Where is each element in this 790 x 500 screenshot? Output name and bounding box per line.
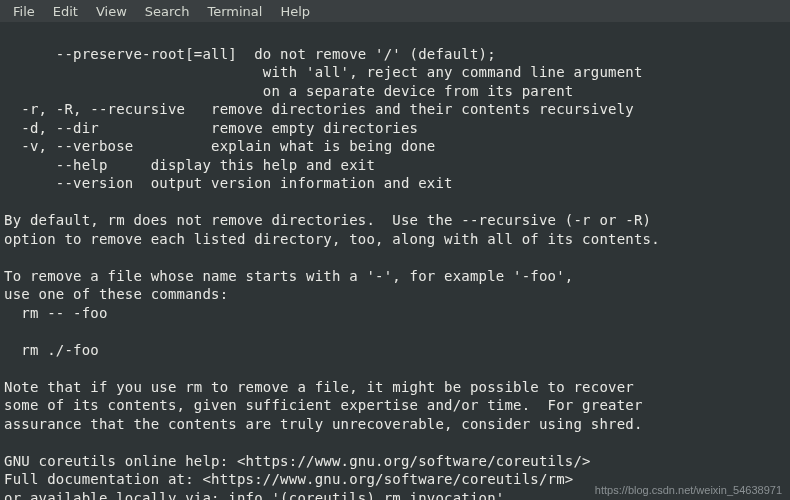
menu-terminal[interactable]: Terminal: [198, 2, 271, 21]
terminal-line: Note that if you use rm to remove a file…: [4, 379, 634, 395]
terminal-line: on a separate device from its parent: [4, 83, 574, 99]
terminal-line: rm ./-foo: [4, 342, 99, 358]
terminal-line: option to remove each listed directory, …: [4, 231, 660, 247]
terminal-line: or available locally via: info '(coreuti…: [4, 490, 504, 501]
terminal-line: assurance that the contents are truly un…: [4, 416, 643, 432]
watermark-text: https://blog.csdn.net/weixin_54638971: [595, 484, 782, 496]
menu-search[interactable]: Search: [136, 2, 199, 21]
menu-file[interactable]: File: [4, 2, 44, 21]
terminal-line: --version output version information and…: [4, 175, 453, 191]
terminal-line: --preserve-root[=all] do not remove '/' …: [4, 46, 496, 62]
terminal-line: To remove a file whose name starts with …: [4, 268, 574, 284]
terminal-line: --help display this help and exit: [4, 157, 375, 173]
terminal-line: Full documentation at: <https://www.gnu.…: [4, 471, 574, 487]
terminal-line: By default, rm does not remove directori…: [4, 212, 651, 228]
menu-edit[interactable]: Edit: [44, 2, 87, 21]
menubar: File Edit View Search Terminal Help: [0, 0, 790, 22]
menu-view[interactable]: View: [87, 2, 136, 21]
terminal-line: -v, --verbose explain what is being done: [4, 138, 435, 154]
terminal-line: -d, --dir remove empty directories: [4, 120, 418, 136]
terminal-line: use one of these commands:: [4, 286, 228, 302]
menu-help[interactable]: Help: [271, 2, 319, 21]
terminal-output[interactable]: --preserve-root[=all] do not remove '/' …: [0, 22, 790, 500]
terminal-line: GNU coreutils online help: <https://www.…: [4, 453, 591, 469]
terminal-line: some of its contents, given sufficient e…: [4, 397, 643, 413]
terminal-line: rm -- -foo: [4, 305, 108, 321]
terminal-line: with 'all', reject any command line argu…: [4, 64, 643, 80]
terminal-line: -r, -R, --recursive remove directories a…: [4, 101, 634, 117]
